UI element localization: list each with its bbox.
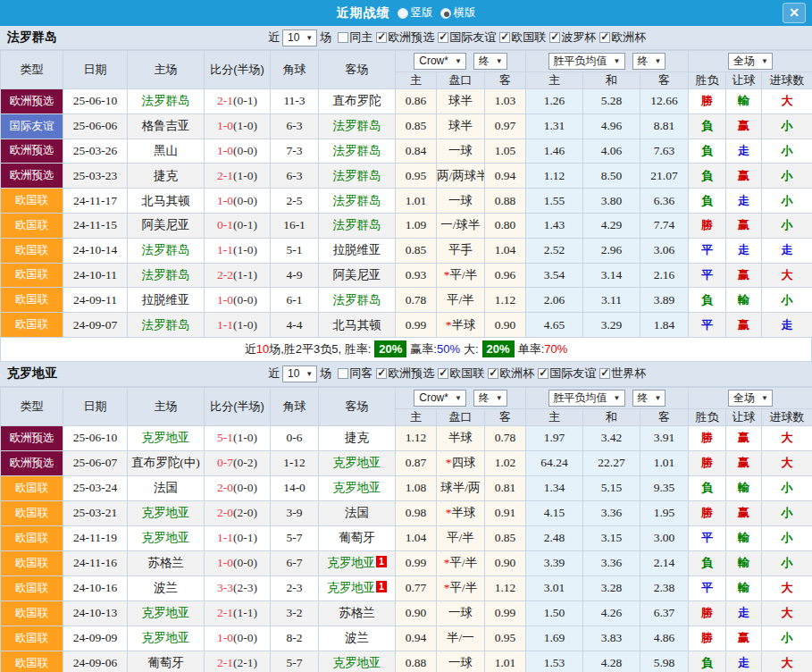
away-team-name: 克罗地亚: [333, 656, 381, 669]
handicap-text: 平/半: [449, 556, 477, 569]
away-team-cell: 法罗群岛: [319, 164, 396, 189]
corner-count: 8-2: [271, 626, 319, 651]
radio-selected-icon[interactable]: [440, 8, 451, 19]
league-type-badge: 欧洲预选: [1, 89, 63, 114]
home-team-cell: 波兰: [128, 575, 205, 601]
match-date: 24-09-06: [63, 651, 128, 672]
away-handicap-odds: 0.90: [485, 313, 526, 338]
checkbox-icon[interactable]: [438, 368, 448, 379]
match-score-cell: 1-0(0-0): [205, 288, 271, 313]
filter-checkbox-item[interactable]: 欧国联: [438, 365, 484, 382]
filter-checkbox-item[interactable]: 欧洲杯: [488, 365, 534, 382]
home-handicap-odds: 1.09: [396, 213, 437, 238]
checkbox-icon[interactable]: [376, 368, 387, 379]
checkbox-icon[interactable]: [338, 368, 348, 379]
match-score-cell: 1-0(0-0): [205, 189, 271, 214]
filter-checkbox-label: 同主: [349, 29, 373, 46]
home-team-name: 直布罗陀(中): [131, 456, 200, 469]
away-handicap-odds: 0.78: [485, 425, 526, 450]
full-match-select[interactable]: 全场: [728, 53, 773, 70]
home-team-cell: 法国: [128, 475, 205, 500]
avg-stage-select[interactable]: 终: [632, 390, 666, 407]
home-handicap-odds: 0.99: [396, 550, 437, 575]
match-count-select[interactable]: 10: [282, 29, 317, 46]
fulltime-score: 1-0: [217, 293, 233, 307]
avg-home-odds: 4.65: [526, 313, 583, 338]
checkbox-icon[interactable]: [499, 32, 510, 43]
checkbox-icon[interactable]: [538, 368, 548, 379]
handicap-result-flag: 赢: [726, 313, 762, 338]
odds-stage-select[interactable]: 终: [473, 53, 507, 70]
filter-checkbox-item[interactable]: 同主: [338, 29, 373, 46]
handicap-result-flag: 赢: [726, 213, 762, 238]
fulltime-score: 2-0: [217, 506, 233, 519]
league-type-badge: 欧国联: [1, 238, 63, 263]
away-handicap-odds: 0.95: [485, 626, 526, 651]
checkbox-icon[interactable]: [438, 32, 448, 43]
league-type-badge: 欧洲预选: [1, 425, 63, 450]
home-team-cell: 阿美尼亚: [128, 213, 205, 238]
layout-radio-horizontal[interactable]: 横版: [440, 5, 476, 21]
avg-draw-odds: 22.27: [583, 450, 640, 475]
rank-badge: 1: [376, 581, 387, 592]
away-handicap-odds: 1.02: [485, 450, 526, 475]
handicap-result-flag: 走: [726, 139, 762, 164]
result-flag: 平: [689, 263, 726, 288]
match-score-cell: 1-0(0-0): [205, 139, 271, 164]
handicap-result-flag: 輸: [726, 288, 762, 313]
match-date: 25-03-26: [63, 139, 128, 164]
away-team-cell: 苏格兰: [319, 601, 396, 626]
match-row: 欧国联25-03-24法国2-0(0-0)14-0克罗地亚1.08球半/两0.8…: [1, 475, 812, 500]
odds-company-select[interactable]: Crow*: [414, 53, 466, 70]
checkbox-icon[interactable]: [549, 32, 560, 43]
corner-count: 4-9: [271, 263, 319, 288]
filter-checkbox-item[interactable]: 国际友谊: [438, 29, 496, 46]
avg-home-odds: 1.34: [526, 475, 583, 500]
checkbox-icon[interactable]: [338, 32, 348, 43]
col-handicap: 盘口: [437, 408, 485, 425]
checkbox-icon[interactable]: [488, 368, 498, 379]
filter-checkbox-label: 欧洲杯: [611, 29, 646, 46]
match-score-cell: 2-1(0-1): [205, 89, 271, 114]
goals-flag: 大: [762, 450, 812, 475]
home-team-cell: 法罗群岛: [128, 313, 205, 338]
filter-checkbox-item[interactable]: 欧洲预选: [376, 29, 434, 46]
goals-flag: 小: [762, 113, 812, 139]
filter-checkbox-item[interactable]: 欧国联: [499, 29, 546, 46]
filter-checkbox-item[interactable]: 国际友谊: [538, 365, 596, 382]
avg-away-odds: 3.91: [640, 425, 689, 450]
filter-checkbox-item[interactable]: 同客: [338, 365, 373, 382]
match-count-select[interactable]: 10: [282, 365, 317, 382]
filter-checkbox-item[interactable]: 世界杯: [599, 365, 646, 382]
goals-flag: 大: [762, 575, 812, 601]
full-match-select[interactable]: 全场: [728, 390, 773, 407]
col-result: 胜负: [689, 72, 726, 89]
close-button[interactable]: ✕: [783, 3, 806, 23]
goals-flag: 走: [762, 313, 812, 338]
odds-stage-select[interactable]: 终: [473, 390, 507, 407]
fulltime-score: 2-1: [217, 656, 233, 669]
odds-company-select[interactable]: Crow*: [414, 390, 466, 407]
wdl-average-select[interactable]: 胜平负均值: [548, 390, 625, 407]
layout-radio-vertical[interactable]: 竖版: [398, 5, 433, 21]
checkbox-icon[interactable]: [599, 368, 610, 379]
competition-filter-group: 同主欧洲预选国际友谊欧国联波罗杯欧洲杯: [334, 29, 646, 46]
filter-checkbox-item[interactable]: 欧洲预选: [376, 365, 434, 382]
avg-home-odds: 1.50: [526, 601, 583, 626]
filter-checkbox-item[interactable]: 欧洲杯: [599, 29, 646, 46]
wdl-average-select[interactable]: 胜平负均值: [548, 53, 625, 70]
home-team-name: 法罗群岛: [142, 94, 190, 107]
away-team-cell: 阿美尼亚: [319, 263, 396, 288]
checkbox-icon[interactable]: [599, 32, 610, 43]
checkbox-icon[interactable]: [376, 32, 387, 43]
result-flag: 平: [689, 238, 726, 263]
filter-checkbox-label: 国际友谊: [449, 29, 496, 46]
filter-checkbox-item[interactable]: 波罗杯: [549, 29, 596, 46]
col-avg-away: 客: [640, 408, 689, 425]
avg-stage-select[interactable]: 终: [632, 53, 666, 70]
handicap-line: *半球: [437, 313, 485, 338]
handicap-line: 一球: [437, 189, 485, 214]
col-home: 主场: [128, 387, 205, 425]
avg-away-odds: 7.74: [640, 213, 689, 238]
radio-unselected-icon[interactable]: [398, 8, 408, 19]
